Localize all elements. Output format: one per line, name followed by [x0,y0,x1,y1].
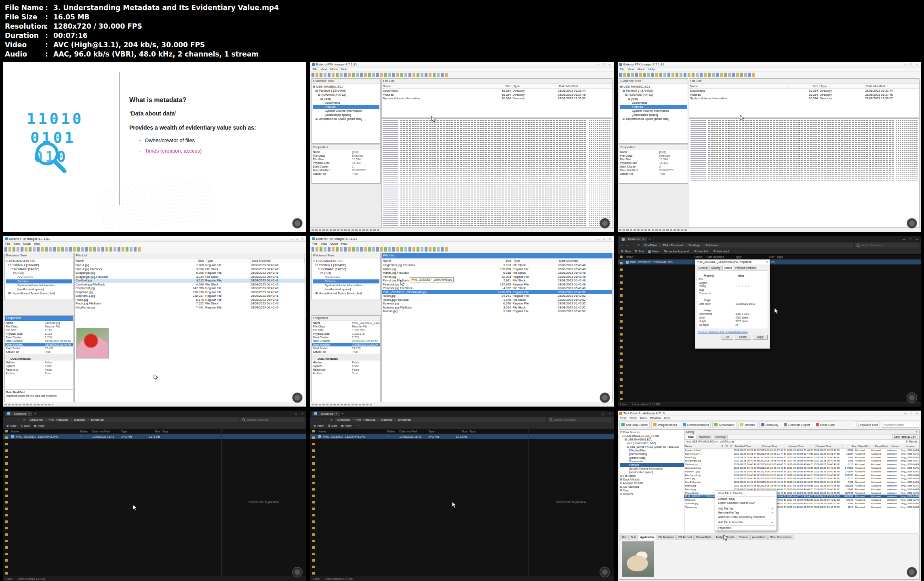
table-row[interactable]: [parent folder]2023-08-28 06:31:44 BST20… [684,452,919,456]
property-row[interactable]: ArchiveTrue [312,371,380,375]
column-name[interactable]: Name [75,258,173,263]
property-row[interactable]: SystemFalse [5,364,73,368]
property-row[interactable]: Date Modified28/08/2023 06:40:46 [5,343,73,346]
column-name[interactable]: Name [626,256,695,258]
tree-item[interactable]: Documents [620,459,684,463]
property-row[interactable]: Read onlyFalse [5,368,73,371]
minimize-button[interactable]: — [596,63,601,66]
maximize-button[interactable]: □ [294,412,298,415]
column-size[interactable]: Size [788,84,820,88]
menu-item[interactable]: File [620,67,625,71]
file-row[interactable]: Pictures16,384Directory28/08/2023 06:37:… [689,93,919,97]
property-row[interactable]: File ClassRegular File [5,325,73,328]
property-row[interactable]: NamePHIL_20230817_1530049... [312,321,380,325]
column-flags-meta[interactable]: Flags(Meta) [874,444,891,448]
property-row[interactable]: File ClassDirectory [312,154,380,157]
table-row[interactable]: Cormorant.jpg2023-08-28 06:40:46 BST2023… [684,466,919,470]
property-row[interactable]: Start Cluster2 [619,165,688,168]
column-tags[interactable]: Tags [777,256,921,258]
keyword-search-input[interactable] [882,422,919,428]
column-date[interactable]: Date Modified [558,84,612,88]
tree-item[interactable]: ⊟ NONAME [FAT32] [620,93,687,97]
tree-item[interactable]: ⊟ Partition 1 [3764MB] [620,89,687,93]
toolbar-button[interactable]: Generate Report [782,422,812,428]
content-viewer-tab[interactable]: Text [629,535,638,540]
context-menu-item[interactable]: Export Selected Rows to CSV [715,501,777,505]
property-row[interactable]: HiddenFalse [5,361,73,364]
file-row[interactable]: Finch.jpg5,170Regular File28/08/2023 06:… [75,298,305,302]
column-type[interactable]: Type [512,258,558,263]
evidence-tree-header[interactable]: Evidence Tree [312,253,380,258]
file-row[interactable]: Elephant-1.jpg230,037Regular File28/08/2… [75,294,305,298]
content-viewer-tab[interactable]: Data Artifacts [694,535,713,540]
tree-item[interactable]: Documents [6,275,72,279]
column-date[interactable]: Date Modified [558,258,612,263]
property-row[interactable]: Actual FileTrue [619,172,688,176]
command-button[interactable]: ⇅Sort [20,424,29,428]
command-button[interactable]: Rotate left [693,250,708,253]
breadcrumb[interactable]: OneDrivePhil - PersonalDesktopEvidence [28,417,239,422]
toolbar-button[interactable]: Timeline [738,422,758,428]
column-tags[interactable]: Tags [469,430,613,433]
property-row[interactable]: Start Sector24,296 [312,346,380,350]
file-list-header[interactable]: File List [75,253,305,258]
view-tab[interactable]: Table [686,435,696,439]
menu-item[interactable]: View [13,242,20,246]
command-button[interactable]: ⊕New [6,424,16,428]
column-type[interactable]: Type [428,430,449,433]
properties-header[interactable]: Properties [312,145,380,150]
menu-item[interactable]: Mode [330,67,338,71]
close-button[interactable]: × [608,63,612,66]
up-icon[interactable]: ↑ [17,418,21,422]
menu-item[interactable]: View [630,416,636,420]
table-row[interactable]: Cardinal.jpg2023-08-28 06:40:46 BST2023-… [684,463,919,466]
frame-explorer-properties-dialog[interactable]: Evidence× + — □ × ← → ↑ ⟳ OneDrivePhil -… [618,236,921,407]
property-row[interactable]: Name[root] [619,150,688,154]
file-row[interactable]: Mabel.jpg195,256Regular File28/08/2023 0… [382,267,612,271]
property-row[interactable]: File Size16,384 [619,157,688,161]
tree-item[interactable]: Pictures [313,105,379,109]
file-row[interactable]: Toucan.jpg9,810Regular File28/08/2023 06… [382,309,612,313]
breadcrumb-segment[interactable]: Phil - Personal [44,418,68,422]
explorer-tab[interactable]: Evidence× [312,411,339,416]
tree-item[interactable]: [unallocated space] [620,470,684,474]
maximize-button[interactable]: □ [908,238,913,241]
property-row[interactable]: File Size1,200,859 [312,328,380,332]
breadcrumb-segment[interactable]: OneDrive [30,418,43,422]
refresh-icon[interactable]: ⟳ [329,418,333,422]
file-row[interactable]: Peacock.jpg187,945Regular File28/08/2023… [382,283,612,287]
menu-item[interactable]: Help [34,242,40,246]
file-row[interactable]: PHIL_20230817_153004948.JPG ✓ 17/08/2023… [3,434,306,439]
tree-item[interactable]: vol1 (Unallocated: 0-63) [620,441,684,445]
title-bar[interactable]: Exterro FTK Imager 4.7.1.81 — □ × [310,62,613,67]
file-row[interactable]: Documents16,384Directory28/08/2023 06:31… [689,89,919,93]
menu-item[interactable]: Help [664,416,670,420]
explorer-tab[interactable]: Evidence× [5,411,32,416]
command-button[interactable]: ⊕New [314,424,323,428]
property-row[interactable]: NameCardinal.jpg [5,321,73,325]
title-bar[interactable]: Exterro FTK Imager 4.7.1.81 — □ × [3,236,306,242]
command-button[interactable]: Set as background [663,250,689,253]
property-row[interactable]: ArchiveTrue [5,371,73,375]
column-status[interactable]: Status [80,430,92,433]
tree-item[interactable]: ⊟ NONAME [FAT32] [313,93,379,97]
frame-explorer-evidence-1[interactable]: Evidence× + — □ × ← → ↑ ⟳ OneDrivePhil -… [3,411,306,581]
back-icon[interactable]: ← [5,418,9,422]
file-row[interactable]: System Volume Information16,384Directory… [382,96,612,101]
file-list-header[interactable]: File List [382,79,612,84]
title-bar[interactable]: Exterro FTK Imager 4.7.1.81 — □ × [618,62,921,67]
frame-slide-metadata[interactable]: 11010 0101 010 What is metadata? ‘Data a… [3,62,306,232]
toolbar-button[interactable]: Add Data Source [619,422,650,428]
column-size[interactable]: Size [843,444,858,448]
tree-item[interactable]: ⊟ USB-IMAGE01.E01_1 Host [620,434,684,438]
file-row[interactable]: KingFisher.jpg7,491Regular File28/08/202… [75,306,305,310]
preview-pane-divider[interactable] [221,429,222,577]
minimize-button[interactable]: — [287,412,292,415]
column-size[interactable]: Size [173,258,205,263]
toolbar-icons[interactable] [4,247,142,252]
property-row[interactable]: File ClassRegular File [312,325,380,328]
tree-item[interactable]: ⊞ Tags [620,489,684,492]
menu-item[interactable]: Help [341,242,347,246]
column-date[interactable]: Date modified [707,256,736,258]
maximize-button[interactable]: □ [909,63,913,66]
